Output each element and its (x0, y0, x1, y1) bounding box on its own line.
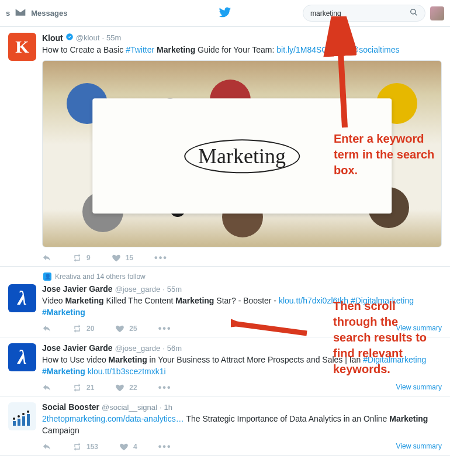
messages-icon[interactable] (15, 6, 26, 20)
arrow-icon (231, 316, 313, 339)
timestamp[interactable]: 56m (167, 344, 182, 353)
partial-tab-label: s (6, 9, 10, 18)
annotation-results: Then scroll through the search results t… (333, 298, 432, 377)
more-button[interactable]: ••• (154, 256, 168, 260)
more-button[interactable]: ••• (158, 385, 172, 390)
svg-point-0 (411, 9, 416, 14)
tweet[interactable]: Social Booster @social__signal · 1h 2the… (0, 396, 450, 456)
display-name[interactable]: Jose Javier Garde (42, 343, 113, 353)
svg-line-1 (415, 13, 417, 16)
more-button[interactable]: ••• (158, 326, 172, 331)
handle[interactable]: @jose_garde (115, 344, 161, 353)
retweet-button[interactable]: 9 (72, 253, 91, 263)
svg-rect-6 (22, 416, 25, 426)
tweet-actions: 153 4 ••• (42, 442, 442, 451)
twitter-logo-icon[interactable] (219, 6, 231, 20)
svg-rect-4 (13, 421, 16, 426)
reply-button[interactable] (42, 324, 51, 333)
timestamp[interactable]: 55m (106, 33, 121, 42)
like-button[interactable]: 4 (119, 442, 137, 451)
avatar[interactable]: λ (8, 343, 36, 371)
like-button[interactable]: 22 (115, 383, 137, 392)
display-name[interactable]: Social Booster (42, 402, 99, 412)
svg-rect-7 (27, 414, 30, 426)
tweet-actions: 9 15 ••• (42, 253, 442, 263)
retweet-button[interactable]: 153 (72, 442, 98, 451)
annotation-search: Enter a keyword term in the search box. (334, 131, 436, 178)
svg-line-13 (237, 324, 307, 333)
avatar[interactable]: K (8, 33, 36, 61)
display-name[interactable]: Klout (42, 33, 63, 43)
timestamp[interactable]: 1h (164, 403, 172, 412)
search-icon[interactable] (410, 8, 418, 18)
handle[interactable]: @jose_garde (115, 285, 161, 294)
messages-label[interactable]: Messages (31, 9, 67, 18)
more-button[interactable]: ••• (158, 444, 172, 449)
person-icon: 👤 (43, 273, 51, 281)
handle[interactable]: @social__signal (102, 403, 157, 412)
svg-point-8 (13, 418, 15, 420)
tweet-text: How to Create a Basic #Twitter Marketing… (42, 44, 442, 56)
reply-button[interactable] (42, 442, 51, 451)
timestamp[interactable]: 55m (167, 285, 182, 294)
tweet-actions: 21 22 ••• (42, 383, 442, 392)
display-name[interactable]: Jose Javier Garde (42, 284, 113, 294)
svg-line-12 (339, 21, 345, 127)
arrow-icon (321, 16, 356, 133)
handle[interactable]: @klout (76, 33, 100, 42)
avatar[interactable] (8, 402, 36, 430)
verified-icon (65, 33, 74, 43)
nav-left: s Messages (6, 6, 67, 20)
view-summary-link[interactable]: View summary (396, 442, 442, 450)
svg-point-10 (22, 413, 25, 415)
svg-point-11 (27, 411, 29, 413)
top-nav: s Messages (0, 0, 450, 27)
media-word: Marketing (184, 139, 300, 173)
retweet-button[interactable]: 21 (72, 383, 94, 392)
timeline: K Klout @klout · 55m How to Create a Bas… (0, 27, 450, 456)
like-button[interactable]: 25 (115, 324, 137, 333)
like-button[interactable]: 15 (112, 253, 133, 263)
view-summary-link[interactable]: View summary (396, 383, 442, 391)
social-context: 👤 Kreativa and 14 others follow (43, 273, 450, 281)
svg-point-9 (18, 415, 20, 418)
reply-button[interactable] (42, 253, 51, 263)
profile-avatar[interactable] (430, 6, 444, 20)
tweet-text: 2thetopmarketing.com/data-analytics… The… (42, 413, 442, 436)
reply-button[interactable] (42, 383, 51, 392)
avatar[interactable]: λ (8, 284, 36, 312)
svg-rect-5 (18, 419, 20, 426)
retweet-button[interactable]: 20 (72, 324, 94, 333)
